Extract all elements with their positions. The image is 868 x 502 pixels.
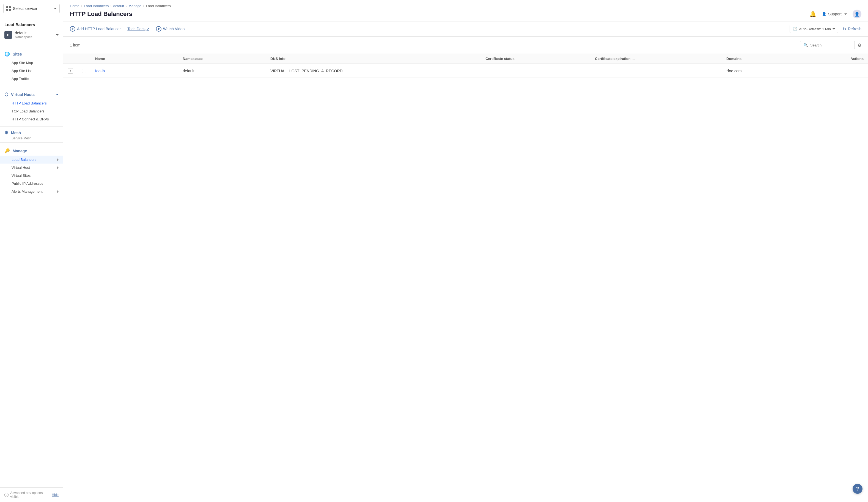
load-balancers-arrow-icon bbox=[57, 158, 59, 161]
virtual-host-arrow-icon bbox=[57, 166, 59, 169]
th-cert-status: Certificate status bbox=[481, 54, 590, 64]
row-cert-status-cell bbox=[481, 64, 590, 78]
th-namespace: Namespace bbox=[178, 54, 266, 64]
sites-group-label[interactable]: 🌐 Sites bbox=[0, 49, 63, 59]
namespace-item[interactable]: D default Namespace bbox=[0, 29, 63, 41]
nav-divider-3 bbox=[0, 126, 63, 127]
expand-chevron-icon bbox=[70, 70, 71, 72]
row-actions-cell: ··· bbox=[810, 64, 868, 78]
th-check bbox=[78, 54, 91, 64]
breadcrumb-manage[interactable]: Manage bbox=[128, 4, 141, 8]
footer-hide-link[interactable]: Hide bbox=[52, 493, 59, 497]
sidebar-item-virtual-sites[interactable]: Virtual Sites bbox=[0, 171, 63, 179]
page-title: HTTP Load Balancers bbox=[70, 10, 132, 18]
th-actions: Actions bbox=[810, 54, 868, 64]
alerts-arrow-icon bbox=[57, 190, 59, 193]
main-content: Home › Load Balancers › default › Manage… bbox=[63, 0, 868, 502]
sidebar-item-load-balancers[interactable]: Load Balancers bbox=[0, 156, 63, 164]
sidebar-item-http-load-balancers[interactable]: HTTP Load Balancers bbox=[0, 99, 63, 107]
table-row: foo-lb default VIRTUAL_HOST_PENDING_A_RE… bbox=[63, 64, 868, 78]
sidebar-item-public-ip[interactable]: Public IP Addresses bbox=[0, 179, 63, 188]
footer-help-icon: ? bbox=[4, 493, 9, 497]
add-circle-icon: + bbox=[70, 26, 75, 32]
tech-docs-button[interactable]: Tech Docs ↗ bbox=[127, 27, 149, 31]
row-cert-exp-cell bbox=[590, 64, 722, 78]
namespace-chevron-icon bbox=[56, 34, 59, 36]
namespace-avatar: D bbox=[4, 31, 12, 39]
refresh-icon: ↻ bbox=[843, 27, 846, 32]
th-dns: DNS Info bbox=[266, 54, 481, 64]
row-name-link[interactable]: foo-lb bbox=[95, 69, 105, 73]
sidebar-item-tcp-load-balancers[interactable]: TCP Load Balancers bbox=[0, 107, 63, 115]
search-input[interactable] bbox=[810, 43, 851, 47]
breadcrumb-load-balancers[interactable]: Load Balancers bbox=[84, 4, 108, 8]
row-actions-button[interactable]: ··· bbox=[814, 68, 864, 74]
help-float-button[interactable]: ? bbox=[852, 484, 862, 494]
watch-video-button[interactable]: Watch Video bbox=[156, 26, 185, 32]
header-actions: 🔔 👤 Support 👤 bbox=[809, 10, 861, 18]
sidebar-item-alerts-management[interactable]: Alerts Management bbox=[0, 188, 63, 196]
breadcrumb-current: Load Balancers bbox=[146, 4, 170, 8]
user-avatar-button[interactable]: 👤 bbox=[852, 10, 861, 18]
manage-group-label[interactable]: 🔑 Manage bbox=[0, 146, 63, 156]
toolbar-right: 🕐 Auto-Refresh: 1 Min ↻ Refresh bbox=[789, 25, 861, 33]
page-header: Home › Load Balancers › default › Manage… bbox=[63, 0, 868, 21]
th-cert-exp: Certificate expiration ... bbox=[590, 54, 722, 64]
virtual-hosts-group-label[interactable]: ⬡ Virtual Hosts bbox=[0, 90, 63, 99]
row-checkbox[interactable] bbox=[82, 69, 86, 73]
sidebar-section-title: Load Balancers bbox=[0, 21, 63, 29]
row-expand-button[interactable] bbox=[68, 68, 73, 74]
sites-icon: 🌐 bbox=[4, 51, 10, 56]
manage-label: Manage bbox=[13, 149, 27, 153]
search-box[interactable]: 🔍 bbox=[800, 41, 855, 49]
sidebar-item-virtual-host[interactable]: Virtual Host bbox=[0, 164, 63, 171]
refresh-button[interactable]: ↻ Refresh bbox=[843, 27, 861, 32]
row-expand-cell bbox=[63, 64, 78, 78]
sidebar-item-http-connect-drps[interactable]: HTTP Connect & DRPs bbox=[0, 115, 63, 123]
refresh-label: Refresh bbox=[848, 27, 861, 31]
search-icon: 🔍 bbox=[803, 43, 808, 47]
namespace-type: Namespace bbox=[15, 35, 53, 39]
namespace-name: default bbox=[15, 31, 53, 35]
sidebar-header: Select service bbox=[0, 0, 63, 17]
support-icon: 👤 bbox=[822, 12, 826, 16]
th-name: Name bbox=[91, 54, 178, 64]
table-area: 1 item 🔍 ⚙ Name Namespace DNS Info Certi… bbox=[63, 36, 868, 502]
table-settings-icon[interactable]: ⚙ bbox=[858, 43, 861, 48]
virtual-hosts-chevron-icon bbox=[56, 94, 59, 95]
mesh-icon: ⚙ bbox=[4, 130, 8, 135]
auto-refresh-chevron-icon bbox=[833, 28, 835, 30]
support-label: Support bbox=[828, 12, 841, 16]
th-domains: Domains bbox=[722, 54, 810, 64]
sidebar-footer: ? Advanced nav options visible Hide bbox=[0, 488, 63, 502]
breadcrumb-home[interactable]: Home bbox=[70, 4, 80, 8]
notifications-button[interactable]: 🔔 bbox=[809, 11, 816, 17]
sites-label: Sites bbox=[13, 52, 22, 56]
watch-video-label: Watch Video bbox=[163, 27, 185, 31]
table-toolbar-right: 🔍 ⚙ bbox=[800, 41, 861, 49]
add-http-lb-button[interactable]: + Add HTTP Load Balancer bbox=[70, 26, 121, 32]
row-check-cell bbox=[78, 64, 91, 78]
external-link-icon: ↗ bbox=[147, 27, 149, 31]
nav-divider-2 bbox=[0, 86, 63, 86]
support-chevron-icon bbox=[844, 13, 847, 15]
lb-table: Name Namespace DNS Info Certificate stat… bbox=[63, 54, 868, 78]
mesh-group[interactable]: ⚙ Mesh bbox=[0, 128, 63, 137]
chevron-down-icon bbox=[54, 8, 56, 9]
row-namespace-cell: default bbox=[178, 64, 266, 78]
item-count: 1 item bbox=[70, 43, 80, 47]
sidebar-item-app-traffic[interactable]: App Traffic bbox=[0, 75, 63, 83]
th-expand bbox=[63, 54, 78, 64]
mesh-sublabel: Service Mesh bbox=[0, 136, 63, 141]
sidebar-item-app-site-map[interactable]: App Site Map bbox=[0, 59, 63, 67]
play-icon bbox=[156, 26, 162, 32]
footer-text: Advanced nav options visible bbox=[10, 491, 50, 499]
sidebar-item-app-site-list[interactable]: App Site List bbox=[0, 67, 63, 75]
select-service-button[interactable]: Select service bbox=[3, 4, 60, 13]
sites-group: 🌐 Sites App Site Map App Site List App T… bbox=[0, 47, 63, 85]
table-toolbar: 1 item 🔍 ⚙ bbox=[63, 36, 868, 54]
grid-icon bbox=[6, 6, 11, 11]
auto-refresh-button[interactable]: 🕐 Auto-Refresh: 1 Min bbox=[789, 25, 838, 33]
support-button[interactable]: 👤 Support bbox=[822, 12, 847, 16]
breadcrumb-default[interactable]: default bbox=[113, 4, 124, 8]
